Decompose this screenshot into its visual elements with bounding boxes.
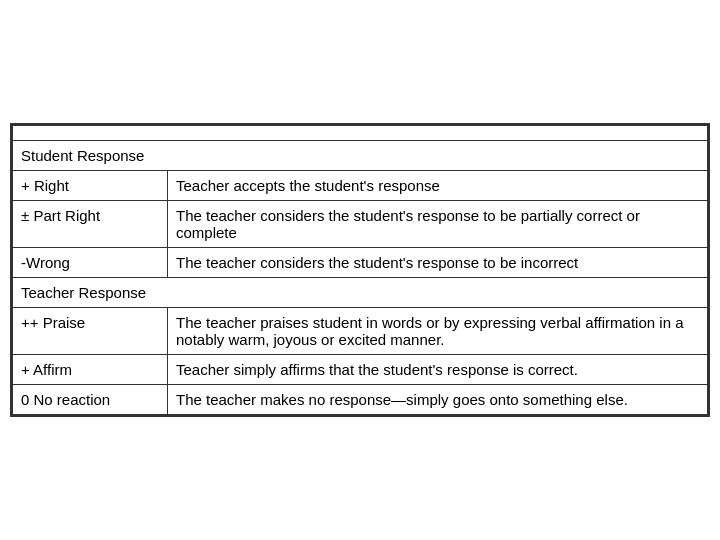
row-label: + Affirm bbox=[13, 355, 168, 385]
row-label: + Right bbox=[13, 171, 168, 201]
row-label: ++ Praise bbox=[13, 308, 168, 355]
row-description: The teacher praises student in words or … bbox=[168, 308, 708, 355]
row-description: The teacher considers the student's resp… bbox=[168, 201, 708, 248]
row-label: -Wrong bbox=[13, 248, 168, 278]
section-header-label: Teacher Response bbox=[13, 278, 708, 308]
section-header-row: Teacher Response bbox=[13, 278, 708, 308]
row-description: Teacher accepts the student's response bbox=[168, 171, 708, 201]
table-title bbox=[13, 126, 708, 141]
data-row: ++ PraiseThe teacher praises student in … bbox=[13, 308, 708, 355]
row-description: The teacher makes no response—simply goe… bbox=[168, 385, 708, 415]
data-row: 0 No reactionThe teacher makes no respon… bbox=[13, 385, 708, 415]
section-header-row: Student Response bbox=[13, 141, 708, 171]
table-title-row bbox=[13, 126, 708, 141]
section-header-label: Student Response bbox=[13, 141, 708, 171]
coding-categories-table: Student Response+ RightTeacher accepts t… bbox=[10, 123, 710, 417]
row-label: 0 No reaction bbox=[13, 385, 168, 415]
row-description: Teacher simply affirms that the student'… bbox=[168, 355, 708, 385]
row-description: The teacher considers the student's resp… bbox=[168, 248, 708, 278]
data-row: + AffirmTeacher simply affirms that the … bbox=[13, 355, 708, 385]
row-label: ± Part Right bbox=[13, 201, 168, 248]
data-row: -WrongThe teacher considers the student'… bbox=[13, 248, 708, 278]
data-row: ± Part RightThe teacher considers the st… bbox=[13, 201, 708, 248]
data-row: + RightTeacher accepts the student's res… bbox=[13, 171, 708, 201]
